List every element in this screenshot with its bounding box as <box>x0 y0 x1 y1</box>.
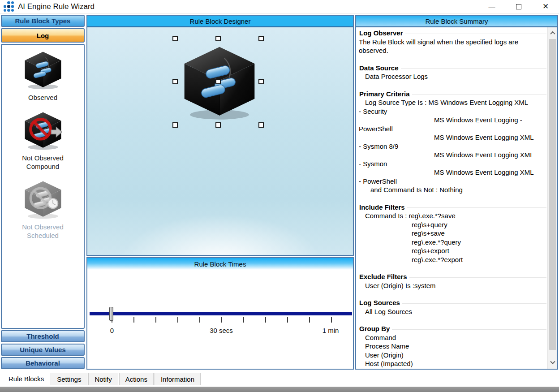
summary-line: Log Source Type Is : MS Windows Event Lo… <box>358 98 546 107</box>
rule-block-types-header: Rule Block Types <box>1 15 85 27</box>
tab-settings[interactable]: Settings <box>51 373 87 385</box>
scale-label-30secs: 30 secs <box>206 327 237 334</box>
rule-block-times-panel: Rule Block Times 0 30 secs 1 min <box>86 257 354 370</box>
summary-line: MS Windows Event Logging - <box>358 116 546 125</box>
summary-line: - Sysmon 8/9 <box>358 142 546 151</box>
summary-line: reg\.exe.*?query <box>358 238 546 247</box>
summary-line: User (Origin) Is :system <box>358 281 546 290</box>
summary-line: reg\s+export <box>358 246 546 255</box>
heading-rule <box>412 94 546 95</box>
heading-rule <box>402 303 546 304</box>
summary-line: and Command Is Not : Nothing <box>358 185 546 194</box>
summary-line: Data Processor Logs <box>358 72 546 81</box>
scrollbar-thumb[interactable] <box>549 39 556 350</box>
selection-handle[interactable] <box>172 36 178 41</box>
summary-line: The Rule Block will signal when the spec… <box>358 38 546 55</box>
section-heading: Log Sources <box>359 298 400 307</box>
summary-line: Command <box>358 333 546 342</box>
type-label: Not Observed Compound <box>14 154 72 171</box>
title-bar: AI Engine Rule Wizard — ✕ <box>0 0 559 13</box>
bottom-tab-strip: Rule Blocks Settings Notify Actions Info… <box>0 373 559 385</box>
summary-line: MS Windows Event Logging XML <box>358 168 546 177</box>
not-observed-compound-icon <box>22 110 64 151</box>
tab-notify[interactable]: Notify <box>88 373 118 385</box>
heading-rule <box>405 34 546 34</box>
times-body: 0 30 secs 1 min <box>87 270 353 369</box>
selection-handle[interactable] <box>215 79 221 84</box>
selection-handle[interactable] <box>172 79 178 84</box>
summary-line: Process Name <box>358 342 546 351</box>
window-title: AI Engine Rule Wizard <box>18 2 95 11</box>
summary-line: - PowerShell <box>358 177 546 186</box>
summary-line: reg\s+query <box>358 220 546 229</box>
rule-block-designer-panel: Rule Block Designer <box>86 15 354 256</box>
summary-line: - Sysmon <box>358 159 546 168</box>
close-icon[interactable]: ✕ <box>532 0 559 13</box>
rule-block-types-list: Observed Not Observed Compound Not Obser… <box>1 44 85 329</box>
tab-rule-blocks[interactable]: Rule Blocks <box>3 373 50 385</box>
selection-handle[interactable] <box>172 122 178 128</box>
summary-line: All Log Sources <box>358 307 546 316</box>
type-label: Observed <box>14 93 72 102</box>
unique-values-button[interactable]: Unique Values <box>1 344 85 356</box>
type-item-not-observed-compound[interactable]: Not Observed Compound <box>14 105 72 174</box>
summary-section-primary-criteria: Primary Criteria Log Source Type Is : MS… <box>358 90 546 194</box>
selection-handle[interactable] <box>215 122 221 128</box>
summary-section-include-filters: Include Filters Command Is : reg\.exe.*?… <box>358 203 546 264</box>
summary-section-log-observer: Log Observer The Rule Block will signal … <box>358 29 546 55</box>
type-item-observed[interactable]: Observed <box>14 45 72 105</box>
heading-rule <box>409 277 546 278</box>
section-heading: Log Observer <box>359 29 403 38</box>
heading-rule <box>407 207 546 208</box>
selection-handle[interactable] <box>258 79 264 84</box>
summary-line: MS Windows Event Logging XML <box>358 133 546 142</box>
behavioral-button[interactable]: Behavioral <box>1 357 85 369</box>
tab-information[interactable]: Information <box>155 373 201 385</box>
summary-line: Command Is : reg\.exe.*?save <box>358 211 546 220</box>
summary-section-exclude-filters: Exclude Filters User (Origin) Is :system <box>358 272 546 290</box>
scroll-down-icon[interactable] <box>548 357 557 369</box>
summary-section-log-sources: Log Sources All Log Sources <box>358 298 546 316</box>
summary-line: reg\.exe.*?export <box>358 255 546 264</box>
scale-label-1min: 1 min <box>315 327 346 334</box>
rule-block-types-panel: Rule Block Types Log Observed Not Observ… <box>1 15 85 369</box>
app-logo-icon <box>4 1 14 12</box>
heading-rule <box>392 329 546 330</box>
tab-actions[interactable]: Actions <box>119 373 154 385</box>
summary-line: Host (Impacted) <box>358 359 546 368</box>
section-heading: Group By <box>359 324 390 333</box>
rule-block-summary-panel: Rule Block Summary Log Observer The Rule… <box>355 15 558 370</box>
window-controls: — ✕ <box>478 0 559 13</box>
log-type-button[interactable]: Log <box>1 28 85 43</box>
rule-block-designer-header: Rule Block Designer <box>87 16 353 27</box>
section-heading: Data Source <box>359 64 399 73</box>
time-slider-thumb[interactable] <box>109 307 113 321</box>
summary-line: reg\s+save <box>358 229 546 238</box>
status-bar <box>0 386 559 392</box>
summary-content: Log Observer The Rule Block will signal … <box>356 27 547 369</box>
heading-rule <box>401 68 546 69</box>
observed-cube-icon <box>22 49 64 90</box>
rule-block-summary-header: Rule Block Summary <box>356 16 557 27</box>
selection-handle[interactable] <box>258 36 264 41</box>
selection-handle[interactable] <box>258 122 264 128</box>
summary-scrollbar[interactable] <box>547 27 557 369</box>
time-slider-ticks <box>112 317 333 323</box>
summary-section-group-by: Group By Command Process Name User (Orig… <box>358 324 546 368</box>
section-heading: Include Filters <box>359 203 405 212</box>
summary-line: PowerShell <box>358 125 546 134</box>
time-slider-track[interactable] <box>90 312 352 315</box>
maximize-icon[interactable] <box>505 0 532 13</box>
rule-block-times-header: Rule Block Times <box>87 258 353 270</box>
summary-line: User (Origin) <box>358 351 546 360</box>
not-observed-scheduled-icon <box>22 179 64 220</box>
selection-handle[interactable] <box>215 36 221 41</box>
scroll-up-icon[interactable] <box>548 27 557 39</box>
threshold-button[interactable]: Threshold <box>1 330 85 342</box>
minimize-icon[interactable]: — <box>478 0 505 13</box>
section-heading: Exclude Filters <box>359 272 407 281</box>
summary-line: MS Windows Event Logging XML <box>358 151 546 159</box>
scale-label-0: 0 <box>105 327 119 334</box>
summary-section-data-source: Data Source Data Processor Logs <box>358 64 546 81</box>
designer-canvas[interactable] <box>87 27 353 255</box>
